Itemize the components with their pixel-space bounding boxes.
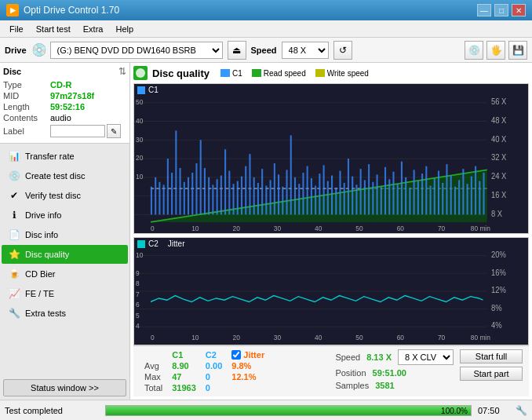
cd-bier-icon: 🍺 <box>8 268 20 280</box>
svg-rect-70 <box>344 183 345 214</box>
svg-rect-30 <box>180 168 181 214</box>
svg-rect-51 <box>265 186 267 215</box>
status-window-button[interactable]: Status window >> <box>3 379 126 396</box>
app-icon: ▶ <box>6 4 19 16</box>
disc-panel-arrows[interactable]: ⇅ <box>118 66 126 77</box>
max-label: Max <box>140 371 167 382</box>
fe-te-icon: 📈 <box>8 287 20 300</box>
label-row: Label ✎ <box>3 124 126 138</box>
avg-jitter-value: 9.8% <box>227 360 269 371</box>
sidebar-item-verify-test-disc[interactable]: ✔ Verify test disc <box>2 186 128 205</box>
menu-help[interactable]: Help <box>109 23 140 35</box>
start-part-button[interactable]: Start part <box>460 367 523 381</box>
title-bar: ▶ Opti Drive Control 1.70 — □ ✕ <box>0 0 532 20</box>
legend-write-color <box>315 69 325 77</box>
nav-label-extra-tests: Extra tests <box>25 309 66 318</box>
svg-rect-78 <box>377 174 378 214</box>
position-value: 59:51.00 <box>373 368 406 378</box>
jitter-label: Jitter <box>243 350 264 360</box>
nav-label-disc-quality: Disc quality <box>25 250 69 259</box>
type-value: CD-R <box>50 80 72 89</box>
svg-rect-35 <box>200 140 202 214</box>
avg-label: Avg <box>140 360 167 371</box>
disc-info-panel: Disc ⇅ Type CD-R MID 97m27s18f Length 59… <box>0 63 129 144</box>
drive-label: Drive <box>5 46 27 55</box>
sidebar-item-disc-quality[interactable]: ⭐ Disc quality <box>2 245 128 264</box>
svg-text:0: 0 <box>151 334 155 341</box>
sidebar-item-fe-te[interactable]: 📈 FE / TE <box>2 284 128 303</box>
sidebar-item-transfer-rate[interactable]: 📊 Transfer rate <box>2 147 128 166</box>
nav-label-verify-test-disc: Verify test disc <box>25 191 81 200</box>
svg-rect-53 <box>274 163 275 214</box>
svg-rect-49 <box>257 183 259 214</box>
svg-rect-103 <box>479 181 480 215</box>
disc-quality-icon: ⭐ <box>8 248 20 261</box>
svg-rect-24 <box>155 177 156 215</box>
svg-text:40 X: 40 X <box>491 134 507 144</box>
chart1-label-text: C1 <box>148 86 159 94</box>
speed-info-row: Speed 8.13 X 8 X CLV <box>335 349 454 365</box>
menu-extra[interactable]: Extra <box>77 23 110 35</box>
drive-dropdown[interactable]: (G:) BENQ DVD DD DW1640 BSRB <box>50 42 223 59</box>
hand-button[interactable]: 🖐 <box>486 41 505 60</box>
total-label: Total <box>140 382 167 393</box>
sidebar-item-disc-info[interactable]: 📄 Disc info <box>2 225 128 244</box>
jitter-checkbox[interactable] <box>231 350 241 360</box>
position-label: Position <box>335 368 366 378</box>
sidebar-item-cd-bier[interactable]: 🍺 CD Bier <box>2 265 128 283</box>
svg-text:80 min: 80 min <box>471 224 490 232</box>
svg-rect-63 <box>315 186 316 215</box>
sidebar-item-extra-tests[interactable]: 🔧 Extra tests <box>2 304 128 323</box>
sidebar-item-create-test-disc[interactable]: 💿 Create test disc <box>2 166 128 185</box>
svg-text:9: 9 <box>136 268 140 276</box>
save-button[interactable]: 💾 <box>508 41 527 60</box>
title-bar-left: ▶ Opti Drive Control 1.70 <box>6 4 119 16</box>
refresh-button[interactable]: ↺ <box>333 41 352 60</box>
contents-value: audio <box>50 113 71 122</box>
svg-rect-62 <box>311 178 312 214</box>
status-icon: 🔧 <box>516 405 527 416</box>
chart2-wrapper: C2 Jitter 20% 16% 12% 8% <box>133 237 529 345</box>
legend-read-label: Read speed <box>264 69 306 78</box>
start-full-button[interactable]: Start full <box>460 349 523 363</box>
svg-rect-41 <box>224 149 226 214</box>
svg-rect-104 <box>483 173 484 214</box>
chart-container: C1 56 X 48 X <box>133 83 529 345</box>
label-label: Label <box>3 126 50 136</box>
label-input[interactable] <box>50 125 105 137</box>
svg-rect-33 <box>191 173 193 214</box>
svg-rect-54 <box>278 174 279 214</box>
svg-rect-55 <box>282 187 283 215</box>
svg-text:40: 40 <box>315 334 322 341</box>
svg-rect-82 <box>392 172 394 215</box>
svg-rect-80 <box>384 167 386 215</box>
svg-rect-83 <box>397 184 399 214</box>
svg-rect-56 <box>286 170 287 214</box>
menu-file[interactable]: File <box>3 23 30 35</box>
svg-text:24 X: 24 X <box>491 172 507 181</box>
speed-mode-dropdown[interactable]: 8 X CLV <box>398 349 454 365</box>
eject-button[interactable]: ⏏ <box>228 41 246 60</box>
samples-label: Samples <box>335 381 369 390</box>
samples-info-row: Samples 3581 <box>335 381 454 390</box>
minimize-button[interactable]: — <box>477 4 491 16</box>
label-edit-button[interactable]: ✎ <box>107 124 121 138</box>
progress-bar-container: 100.0% <box>105 405 472 416</box>
svg-rect-93 <box>438 171 439 215</box>
disc-quality-panel: Disc quality C1 Read speed Write speed <box>130 63 532 400</box>
svg-rect-90 <box>425 166 427 215</box>
svg-rect-99 <box>462 169 464 214</box>
speed-dropdown[interactable]: 48 X <box>282 42 329 59</box>
menu-start-test[interactable]: Start test <box>30 23 77 35</box>
legend-read-speed: Read speed <box>252 69 306 78</box>
svg-rect-101 <box>471 177 472 215</box>
maximize-button[interactable]: □ <box>494 4 508 16</box>
toolbar: Drive 💿 (G:) BENQ DVD DD DW1640 BSRB ⏏ S… <box>0 38 532 63</box>
close-button[interactable]: ✕ <box>512 4 526 16</box>
disc-button[interactable]: 💿 <box>465 41 483 60</box>
svg-text:30: 30 <box>274 334 281 341</box>
status-window-btn-wrapper: Status window >> <box>0 376 129 400</box>
speed-label: Speed <box>251 46 277 55</box>
sidebar-item-drive-info[interactable]: ℹ Drive info <box>2 206 128 225</box>
toolbar-right: 💿 🖐 💾 <box>465 41 527 60</box>
